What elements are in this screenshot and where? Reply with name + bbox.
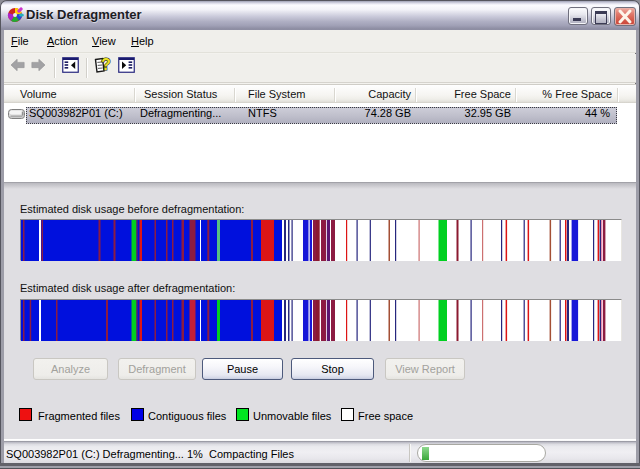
svg-text:?: ?: [101, 56, 111, 73]
